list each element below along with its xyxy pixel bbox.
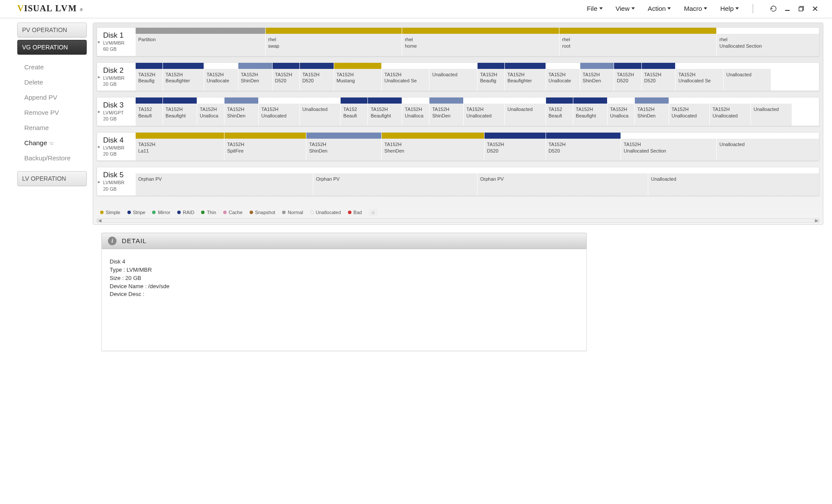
sidebar-item-create[interactable]: Create xyxy=(22,60,87,74)
disk-segment[interactable]: TA152HUnallocated xyxy=(258,98,299,126)
logo-lvm-text: LVM xyxy=(55,3,78,13)
disk-segment[interactable]: TA152HMustang xyxy=(334,63,381,91)
disk-segment[interactable]: TA152HUnalloca xyxy=(402,98,429,126)
minimize-button[interactable] xyxy=(783,5,791,13)
disk-segment[interactable]: TA152HShinDen xyxy=(306,133,381,161)
segment-body: Unalloacted xyxy=(751,104,792,126)
menu-help[interactable]: Help xyxy=(720,5,739,12)
disk-segment[interactable]: TA152HUnallocated Se xyxy=(381,63,429,91)
maximize-button[interactable] xyxy=(797,5,805,13)
disk-segment[interactable]: rhelhome xyxy=(402,28,559,56)
disk-segment[interactable]: Unalloacted xyxy=(723,63,771,91)
disk-row[interactable]: ▸Disk 5LVM/MBR20 GBOrphan PVOrphan PVOrp… xyxy=(97,167,819,196)
disk-segment[interactable]: TA152HUnalloca xyxy=(607,98,634,126)
disk-segment[interactable]: Unalloacted xyxy=(504,98,546,126)
expand-icon[interactable]: ▸ xyxy=(98,109,101,114)
disk-segment[interactable]: TA152HUnallocated xyxy=(709,98,751,126)
disk-segment[interactable]: Unalloacted xyxy=(299,98,341,126)
sidebar-group-pv[interactable]: PV OPERATION xyxy=(17,23,87,37)
disk-row[interactable]: ▸Disk 4LVM/MBR20 GBTA152HLa11TA152HSpitF… xyxy=(97,132,819,161)
expand-icon[interactable]: ▸ xyxy=(98,144,101,150)
disk-segment[interactable]: TA152HD520 xyxy=(299,63,334,91)
expand-icon[interactable]: ▸ xyxy=(98,74,101,79)
disk-segment[interactable]: rhelUnallocated Section xyxy=(716,28,819,56)
sidebar-item-backup-restore[interactable]: Backup/Restore xyxy=(22,151,87,165)
disk-head[interactable]: ▸Disk 5LVM/MBR20 GB xyxy=(97,167,135,195)
disk-segment[interactable]: TA152HD520 xyxy=(272,63,299,91)
disk-segment[interactable]: Unalloacted xyxy=(716,133,819,161)
horizontal-scrollbar[interactable]: ◀ ▶ xyxy=(97,218,819,223)
disk-segment[interactable]: TA152HBeaufig xyxy=(135,63,162,91)
disk-head[interactable]: ▸Disk 2LVM/MBR20 GB xyxy=(97,63,135,91)
disk-segment[interactable]: Partition xyxy=(135,28,265,56)
disk-segment[interactable]: TA152HUnallocated xyxy=(463,98,504,126)
disk-segment[interactable]: TA152HShinDen xyxy=(429,98,463,126)
sidebar-item-rename[interactable]: Rename xyxy=(22,120,87,135)
refresh-button[interactable] xyxy=(770,5,777,13)
disk-segment[interactable]: TA152HD520 xyxy=(484,133,546,161)
disk-segment[interactable]: TA152HBeaufight xyxy=(162,98,197,126)
disk-segment[interactable]: TA152HBeaufight xyxy=(367,98,402,126)
disk-segment[interactable]: TA152Beaufi xyxy=(135,98,162,126)
disk-segment[interactable]: Orphan PV xyxy=(135,167,313,195)
disk-segment[interactable]: TA152HUnallocate xyxy=(204,63,238,91)
disk-row[interactable]: ▸Disk 2LVM/MBR20 GBTA152HBeaufigTA152HBe… xyxy=(97,62,819,91)
sidebar-item-append-pv[interactable]: Append PV xyxy=(22,90,87,104)
segment-label-1: Unalloacted xyxy=(719,141,816,148)
disk-segment[interactable]: TA152HShinDen xyxy=(224,98,258,126)
menu-action[interactable]: Action xyxy=(648,5,671,12)
disk-segment[interactable]: TA152HUnallocated xyxy=(669,98,710,126)
disk-segment[interactable]: TA152HD520 xyxy=(546,133,621,161)
expand-icon[interactable]: ▸ xyxy=(98,39,101,45)
menu-file[interactable]: File xyxy=(587,5,602,12)
expand-icon[interactable]: ▸ xyxy=(98,179,101,184)
disk-segment[interactable]: rhelswap xyxy=(265,28,402,56)
segment-body: TA152HBeaufighter xyxy=(163,69,204,91)
disk-segment[interactable]: TA152HD520 xyxy=(614,63,641,91)
disk-segment[interactable]: TA152HD520 xyxy=(641,63,676,91)
disk-segment[interactable]: Unalloacted xyxy=(648,167,819,195)
menu-action-label: Action xyxy=(648,5,666,12)
disk-segment[interactable]: TA152HBeaufight xyxy=(573,98,607,126)
legend-collapse-icon[interactable]: « xyxy=(369,209,377,216)
disk-segment[interactable]: TA152HShinDen xyxy=(634,98,669,126)
disk-row[interactable]: ▸Disk 3LVM/GPT20 GBTA152BeaufiTA152HBeau… xyxy=(97,97,819,126)
disk-segment[interactable]: TA152HLa11 xyxy=(135,133,224,161)
disk-segment[interactable]: TA152HShinDen xyxy=(238,63,272,91)
disk-head[interactable]: ▸Disk 4LVM/MBR20 GB xyxy=(97,133,135,161)
disk-segment[interactable]: TA152HSpitFire xyxy=(224,133,306,161)
close-button[interactable] xyxy=(811,5,819,13)
sidebar-item-change[interactable]: Change☜ xyxy=(22,136,87,150)
segment-body: rhelswap xyxy=(266,34,402,56)
segment-color-bar xyxy=(505,63,546,69)
sidebar-group-lv[interactable]: LV OPERATION xyxy=(17,171,87,186)
disk-segment[interactable]: rhelroot xyxy=(559,28,716,56)
sidebar-item-remove-pv[interactable]: Remove PV xyxy=(22,105,87,120)
disk-segment[interactable]: TA152HShenDen xyxy=(381,133,484,161)
menu-view[interactable]: View xyxy=(616,5,635,12)
disk-head[interactable]: ▸Disk 1LVM/MBR60 GB xyxy=(97,28,135,56)
disk-segment[interactable]: TA152HBeaufighter xyxy=(504,63,546,91)
segment-label-2: Unalloca xyxy=(610,113,632,119)
disk-segment[interactable]: TA152HUnallocated Section xyxy=(621,133,716,161)
disk-segment[interactable]: Orphan PV xyxy=(313,167,477,195)
disk-segment[interactable]: TA152HShinDen xyxy=(580,63,614,91)
disk-segment[interactable]: TA152Beaufi xyxy=(546,98,573,126)
disk-segment[interactable]: Unalloacted xyxy=(429,63,477,91)
menu-macro[interactable]: Macro xyxy=(684,5,707,12)
scroll-left-icon[interactable]: ◀ xyxy=(97,219,102,222)
disk-segment[interactable]: TA152HUnallocate xyxy=(546,63,580,91)
disk-segment[interactable]: TA152HBeaufig xyxy=(477,63,504,91)
disk-segment[interactable]: Orphan PV xyxy=(477,167,648,195)
legend-label: RAID xyxy=(183,210,194,215)
scroll-right-icon[interactable]: ▶ xyxy=(814,219,819,222)
sidebar-item-delete[interactable]: Delete xyxy=(22,75,87,89)
disk-head[interactable]: ▸Disk 3LVM/GPT20 GB xyxy=(97,98,135,126)
disk-segment[interactable]: TA152HUnallocated Se xyxy=(675,63,723,91)
disk-segment[interactable]: TA152HBeaufighter xyxy=(162,63,204,91)
disk-segment[interactable]: TA152Beaufi xyxy=(340,98,367,126)
disk-row[interactable]: ▸Disk 1LVM/MBR60 GBPartitionrhelswaprhel… xyxy=(97,27,819,56)
sidebar-group-vg[interactable]: VG OPERATION xyxy=(17,40,87,55)
disk-segment[interactable]: TA152HUnalloca xyxy=(197,98,224,126)
disk-segment[interactable]: Unalloacted xyxy=(751,98,792,126)
